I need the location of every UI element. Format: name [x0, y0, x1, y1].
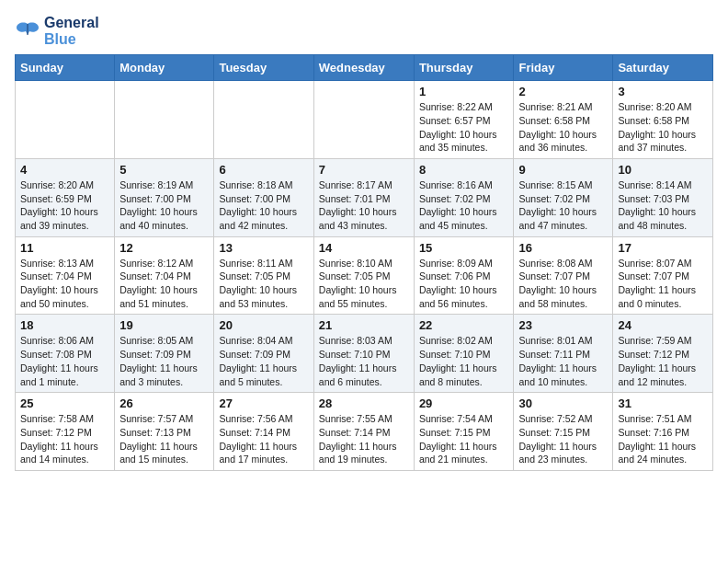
day-number: 22: [419, 318, 509, 332]
day-cell: 10Sunrise: 8:14 AM Sunset: 7:03 PM Dayli…: [613, 158, 713, 236]
day-info: Sunrise: 8:11 AM Sunset: 7:05 PM Dayligh…: [219, 257, 308, 311]
day-number: 23: [518, 318, 608, 332]
week-row-5: 25Sunrise: 7:58 AM Sunset: 7:12 PM Dayli…: [16, 393, 713, 471]
day-info: Sunrise: 8:20 AM Sunset: 6:58 PM Dayligh…: [618, 100, 708, 155]
day-cell: 22Sunrise: 8:02 AM Sunset: 7:10 PM Dayli…: [414, 315, 514, 393]
weekday-header-wednesday: Wednesday: [313, 55, 414, 81]
weekday-header-monday: Monday: [115, 55, 214, 81]
day-cell: 2Sunrise: 8:21 AM Sunset: 6:58 PM Daylig…: [514, 81, 613, 159]
day-cell: 17Sunrise: 8:07 AM Sunset: 7:07 PM Dayli…: [613, 236, 713, 315]
day-number: 10: [618, 163, 708, 177]
day-cell: [115, 81, 214, 159]
day-info: Sunrise: 8:15 AM Sunset: 7:02 PM Dayligh…: [518, 178, 608, 233]
weekday-header-sunday: Sunday: [16, 55, 115, 81]
day-info: Sunrise: 8:10 AM Sunset: 7:05 PM Dayligh…: [319, 257, 409, 311]
day-info: Sunrise: 7:51 AM Sunset: 7:16 PM Dayligh…: [618, 412, 708, 466]
day-cell: 31Sunrise: 7:51 AM Sunset: 7:16 PM Dayli…: [613, 393, 713, 471]
week-row-3: 11Sunrise: 8:13 AM Sunset: 7:04 PM Dayli…: [16, 236, 713, 315]
day-number: 18: [20, 318, 109, 332]
week-row-2: 4Sunrise: 8:20 AM Sunset: 6:59 PM Daylig…: [16, 158, 713, 236]
day-cell: 4Sunrise: 8:20 AM Sunset: 6:59 PM Daylig…: [16, 158, 115, 236]
week-row-4: 18Sunrise: 8:06 AM Sunset: 7:08 PM Dayli…: [16, 315, 713, 393]
day-number: 26: [119, 396, 209, 410]
day-cell: 20Sunrise: 8:04 AM Sunset: 7:09 PM Dayli…: [214, 315, 313, 393]
day-info: Sunrise: 8:22 AM Sunset: 6:57 PM Dayligh…: [419, 100, 509, 155]
day-cell: 24Sunrise: 7:59 AM Sunset: 7:12 PM Dayli…: [613, 315, 713, 393]
day-cell: 15Sunrise: 8:09 AM Sunset: 7:06 PM Dayli…: [414, 236, 514, 315]
day-number: 2: [518, 85, 608, 98]
page-header: General Blue: [15, 15, 713, 47]
day-cell: 6Sunrise: 8:18 AM Sunset: 7:00 PM Daylig…: [214, 158, 313, 236]
week-row-1: 1Sunrise: 8:22 AM Sunset: 6:57 PM Daylig…: [16, 81, 713, 159]
day-cell: 7Sunrise: 8:17 AM Sunset: 7:01 PM Daylig…: [313, 158, 414, 236]
day-info: Sunrise: 8:09 AM Sunset: 7:06 PM Dayligh…: [419, 257, 509, 311]
day-info: Sunrise: 8:18 AM Sunset: 7:00 PM Dayligh…: [219, 178, 308, 233]
day-number: 13: [219, 241, 308, 255]
day-info: Sunrise: 8:12 AM Sunset: 7:04 PM Dayligh…: [119, 257, 209, 311]
day-info: Sunrise: 8:08 AM Sunset: 7:07 PM Dayligh…: [518, 257, 608, 311]
day-cell: 21Sunrise: 8:03 AM Sunset: 7:10 PM Dayli…: [313, 315, 414, 393]
day-info: Sunrise: 8:13 AM Sunset: 7:04 PM Dayligh…: [20, 257, 109, 311]
day-cell: 29Sunrise: 7:54 AM Sunset: 7:15 PM Dayli…: [414, 393, 514, 471]
day-info: Sunrise: 8:14 AM Sunset: 7:03 PM Dayligh…: [618, 178, 708, 233]
day-number: 29: [419, 396, 509, 410]
calendar-table: SundayMondayTuesdayWednesdayThursdayFrid…: [15, 54, 713, 471]
weekday-header-friday: Friday: [514, 55, 613, 81]
day-cell: 19Sunrise: 8:05 AM Sunset: 7:09 PM Dayli…: [115, 315, 214, 393]
day-cell: 14Sunrise: 8:10 AM Sunset: 7:05 PM Dayli…: [313, 236, 414, 315]
weekday-header-row: SundayMondayTuesdayWednesdayThursdayFrid…: [16, 55, 713, 81]
weekday-header-tuesday: Tuesday: [214, 55, 313, 81]
day-number: 16: [518, 241, 608, 255]
day-info: Sunrise: 8:03 AM Sunset: 7:10 PM Dayligh…: [319, 334, 409, 388]
logo-text: General Blue: [44, 15, 99, 47]
day-number: 11: [20, 241, 109, 255]
day-cell: 5Sunrise: 8:19 AM Sunset: 7:00 PM Daylig…: [115, 158, 214, 236]
day-cell: [214, 81, 313, 159]
day-cell: 13Sunrise: 8:11 AM Sunset: 7:05 PM Dayli…: [214, 236, 313, 315]
day-number: 12: [119, 241, 209, 255]
day-cell: 12Sunrise: 8:12 AM Sunset: 7:04 PM Dayli…: [115, 236, 214, 315]
day-number: 25: [20, 396, 109, 410]
day-info: Sunrise: 7:57 AM Sunset: 7:13 PM Dayligh…: [119, 412, 209, 466]
day-info: Sunrise: 8:05 AM Sunset: 7:09 PM Dayligh…: [119, 334, 209, 388]
day-cell: 18Sunrise: 8:06 AM Sunset: 7:08 PM Dayli…: [16, 315, 115, 393]
day-info: Sunrise: 8:01 AM Sunset: 7:11 PM Dayligh…: [518, 334, 608, 388]
day-number: 28: [319, 396, 409, 410]
day-cell: [16, 81, 115, 159]
day-number: 17: [618, 241, 708, 255]
logo-icon: [15, 20, 40, 42]
day-info: Sunrise: 8:16 AM Sunset: 7:02 PM Dayligh…: [419, 178, 509, 233]
day-number: 27: [219, 396, 308, 410]
day-info: Sunrise: 8:21 AM Sunset: 6:58 PM Dayligh…: [518, 100, 608, 155]
day-info: Sunrise: 7:56 AM Sunset: 7:14 PM Dayligh…: [219, 412, 308, 466]
day-cell: 30Sunrise: 7:52 AM Sunset: 7:15 PM Dayli…: [514, 393, 613, 471]
weekday-header-thursday: Thursday: [414, 55, 514, 81]
day-number: 24: [618, 318, 708, 332]
day-number: 20: [219, 318, 308, 332]
day-info: Sunrise: 7:58 AM Sunset: 7:12 PM Dayligh…: [20, 412, 109, 466]
day-number: 8: [419, 163, 509, 177]
day-cell: 9Sunrise: 8:15 AM Sunset: 7:02 PM Daylig…: [514, 158, 613, 236]
day-info: Sunrise: 8:17 AM Sunset: 7:01 PM Dayligh…: [319, 178, 409, 233]
day-cell: 25Sunrise: 7:58 AM Sunset: 7:12 PM Dayli…: [16, 393, 115, 471]
day-number: 3: [618, 85, 708, 98]
day-cell: 1Sunrise: 8:22 AM Sunset: 6:57 PM Daylig…: [414, 81, 514, 159]
day-number: 19: [119, 318, 209, 332]
day-number: 9: [518, 163, 608, 177]
day-cell: [313, 81, 414, 159]
day-number: 14: [319, 241, 409, 255]
day-number: 15: [419, 241, 509, 255]
day-number: 7: [319, 163, 409, 177]
day-number: 4: [20, 163, 109, 177]
day-info: Sunrise: 8:04 AM Sunset: 7:09 PM Dayligh…: [219, 334, 308, 388]
day-info: Sunrise: 7:52 AM Sunset: 7:15 PM Dayligh…: [518, 412, 608, 466]
logo: General Blue: [15, 15, 99, 47]
day-cell: 27Sunrise: 7:56 AM Sunset: 7:14 PM Dayli…: [214, 393, 313, 471]
day-number: 5: [119, 163, 209, 177]
day-number: 21: [319, 318, 409, 332]
day-cell: 23Sunrise: 8:01 AM Sunset: 7:11 PM Dayli…: [514, 315, 613, 393]
day-info: Sunrise: 8:07 AM Sunset: 7:07 PM Dayligh…: [618, 257, 708, 311]
day-info: Sunrise: 7:55 AM Sunset: 7:14 PM Dayligh…: [319, 412, 409, 466]
day-cell: 3Sunrise: 8:20 AM Sunset: 6:58 PM Daylig…: [613, 81, 713, 159]
day-cell: 26Sunrise: 7:57 AM Sunset: 7:13 PM Dayli…: [115, 393, 214, 471]
